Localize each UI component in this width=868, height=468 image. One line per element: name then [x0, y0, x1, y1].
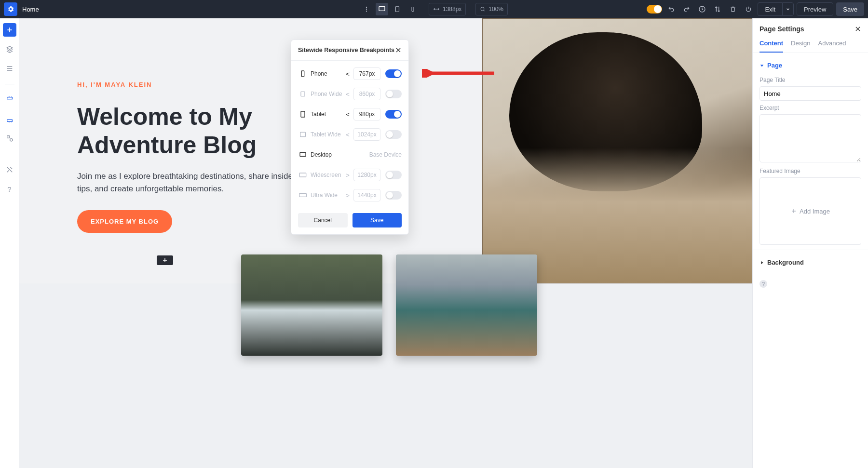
svg-point-6 — [481, 7, 484, 11]
power-icon — [745, 6, 752, 13]
sort-icon — [714, 5, 721, 13]
svg-point-0 — [366, 7, 367, 8]
redo-icon — [683, 6, 691, 13]
exit-dropdown[interactable] — [782, 2, 794, 16]
zoom-display[interactable]: 100% — [475, 3, 508, 15]
device-tablet-button[interactable] — [391, 3, 404, 15]
undo-icon — [667, 6, 675, 13]
svg-point-2 — [366, 11, 367, 12]
device-desktop-button[interactable] — [376, 3, 388, 15]
save-button[interactable]: Save — [836, 2, 864, 16]
more-menu-button[interactable] — [360, 3, 373, 15]
desktop-device-icon — [378, 5, 386, 13]
canvas-width-display[interactable]: 1388px — [429, 3, 466, 15]
zoom-value: 100% — [488, 6, 503, 13]
gear-icon — [7, 5, 14, 13]
settings-gear-button[interactable] — [4, 2, 17, 16]
trash-icon — [730, 5, 736, 13]
svg-point-1 — [366, 9, 367, 10]
history-button[interactable] — [696, 3, 708, 15]
mode-toggle[interactable] — [647, 5, 662, 13]
right-tools: Exit Preview Save — [647, 2, 864, 16]
tablet-device-icon — [394, 5, 401, 13]
search-icon — [480, 6, 486, 12]
redo-button[interactable] — [680, 3, 693, 15]
svg-rect-4 — [395, 7, 399, 12]
device-phone-button[interactable] — [407, 3, 419, 15]
width-icon — [433, 6, 440, 13]
preview-button[interactable]: Preview — [797, 2, 833, 16]
center-tools: 1388px 100% — [360, 3, 508, 15]
power-button[interactable] — [742, 3, 755, 15]
dots-vertical-icon — [363, 6, 370, 13]
history-icon — [698, 5, 706, 13]
exit-button[interactable]: Exit — [758, 2, 782, 16]
svg-rect-3 — [379, 7, 385, 11]
phone-device-icon — [410, 5, 416, 13]
undo-button[interactable] — [665, 3, 678, 15]
page-name[interactable]: Home — [22, 6, 39, 13]
topbar: Home 1388px 100% Exit — [0, 0, 868, 18]
sort-button[interactable] — [711, 3, 724, 15]
delete-button[interactable] — [727, 3, 739, 15]
svg-rect-5 — [412, 7, 414, 12]
chevron-down-icon — [786, 7, 790, 12]
canvas-width-value: 1388px — [443, 6, 461, 13]
